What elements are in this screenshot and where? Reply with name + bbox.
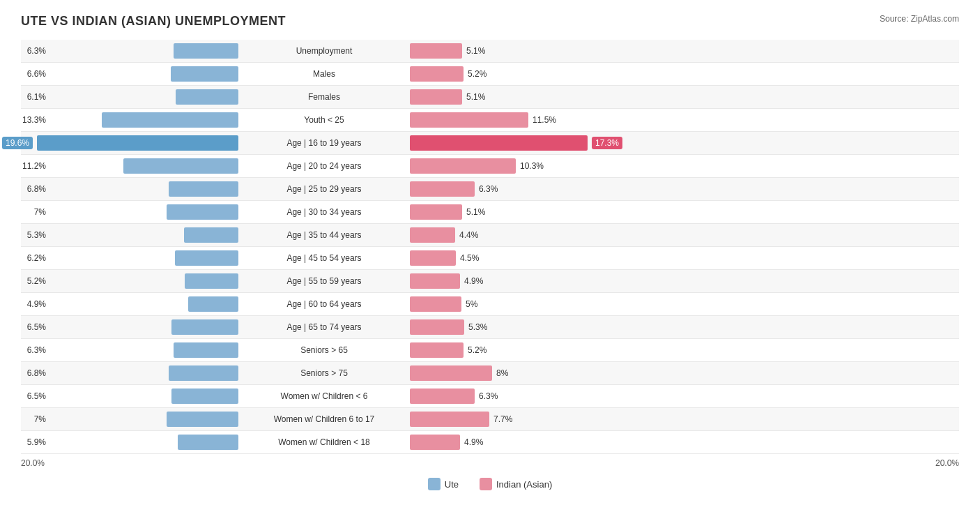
- row-label: Women w/ Children < 18: [244, 437, 404, 447]
- right-section: 8%: [404, 365, 627, 381]
- left-bar-wrap: [50, 89, 238, 105]
- row-label: Seniors > 65: [244, 345, 404, 355]
- left-bar-wrap: [50, 112, 238, 128]
- legend-ute: Ute: [428, 478, 459, 490]
- right-bar: [410, 250, 456, 266]
- row-label: Males: [244, 69, 404, 79]
- left-section: 6.5%: [21, 319, 244, 335]
- row-label: Age | 65 to 74 years: [244, 322, 404, 332]
- right-section: 5%: [404, 296, 627, 312]
- left-value: 11.2%: [21, 161, 46, 171]
- right-bar: [410, 89, 462, 105]
- left-bar-wrap: [50, 342, 238, 358]
- ute-swatch: [428, 478, 441, 490]
- legend: Ute Indian (Asian): [21, 478, 959, 490]
- row-label: Seniors > 75: [244, 368, 404, 378]
- row-label: Women w/ Children < 6: [244, 391, 404, 401]
- left-bar-wrap: [50, 158, 238, 174]
- left-value: 6.5%: [21, 322, 46, 332]
- x-axis: 20.0% 20.0%: [21, 454, 959, 475]
- right-value: 7.7%: [493, 414, 519, 424]
- left-bar: [169, 365, 238, 381]
- right-bar: [410, 412, 489, 427]
- right-bar: [410, 135, 588, 151]
- left-bar-wrap: [50, 181, 238, 197]
- left-section: 6.3%: [21, 43, 244, 59]
- indian-swatch: [480, 478, 492, 490]
- right-section: 5.2%: [404, 66, 627, 82]
- row-label: Age | 35 to 44 years: [244, 230, 404, 240]
- left-bar: [184, 227, 238, 243]
- left-bar: [171, 66, 238, 82]
- left-bar: [169, 181, 238, 197]
- right-value: 6.3%: [479, 391, 504, 401]
- row-label: Females: [244, 92, 404, 102]
- right-value: 5.1%: [466, 46, 491, 56]
- right-section: 5.3%: [404, 319, 627, 335]
- left-section: 6.5%: [21, 389, 244, 404]
- left-value: 7%: [21, 414, 46, 424]
- left-bar-wrap: [50, 250, 238, 266]
- right-section: 11.5%: [404, 112, 627, 128]
- right-value: 5.3%: [468, 322, 493, 332]
- left-bar: [167, 412, 238, 427]
- left-bar: [171, 319, 238, 335]
- left-bar-wrap: [50, 296, 238, 312]
- left-bar: [171, 389, 238, 404]
- left-bar: [174, 43, 238, 59]
- right-bar: [410, 273, 460, 289]
- left-bar: [175, 250, 238, 266]
- row-label: Age | 20 to 24 years: [244, 161, 404, 171]
- bar-row: 4.9% Age | 60 to 64 years 5%: [21, 293, 959, 316]
- row-label: Youth < 25: [244, 115, 404, 125]
- left-section: 19.6%: [21, 135, 244, 151]
- right-value: 8%: [496, 368, 521, 378]
- row-label: Age | 55 to 59 years: [244, 276, 404, 286]
- bar-row: 13.3% Youth < 25 11.5%: [21, 109, 959, 132]
- left-section: 11.2%: [21, 158, 244, 174]
- left-value: 6.8%: [21, 368, 46, 378]
- left-value: 5.3%: [21, 230, 46, 240]
- left-bar-wrap: [50, 389, 238, 404]
- right-section: 5.2%: [404, 342, 627, 358]
- bar-row: 6.3% Unemployment 5.1%: [21, 40, 959, 63]
- right-value: 5.2%: [468, 69, 493, 79]
- right-section: 5.1%: [404, 43, 627, 59]
- bar-row: 6.5% Women w/ Children < 6 6.3%: [21, 385, 959, 408]
- right-value: 4.9%: [464, 276, 489, 286]
- row-label: Age | 16 to 19 years: [244, 138, 404, 148]
- right-bar: [410, 389, 475, 404]
- right-value: 5%: [466, 299, 491, 309]
- left-bar: [188, 296, 238, 312]
- left-bar-wrap: [50, 319, 238, 335]
- bar-row: 11.2% Age | 20 to 24 years 10.3%: [21, 155, 959, 178]
- right-value: 11.5%: [533, 115, 558, 125]
- right-section: 6.3%: [404, 181, 627, 197]
- chart-area: 6.3% Unemployment 5.1% 6.6% Males 5.2% 6…: [21, 40, 959, 490]
- row-label: Age | 45 to 54 years: [244, 253, 404, 263]
- left-bar: [123, 158, 238, 174]
- right-section: 17.3%: [404, 135, 627, 151]
- ute-label: Ute: [445, 479, 459, 490]
- left-bar-wrap: [50, 273, 238, 289]
- left-value: 5.9%: [21, 437, 46, 447]
- left-section: 5.2%: [21, 273, 244, 289]
- chart-title: UTE VS INDIAN (ASIAN) UNEMPLOYMENT: [21, 14, 286, 29]
- left-value: 6.3%: [21, 46, 46, 56]
- left-bar: [167, 204, 238, 220]
- bar-row: 5.3% Age | 35 to 44 years 4.4%: [21, 224, 959, 247]
- bar-row: 6.8% Seniors > 75 8%: [21, 362, 959, 385]
- left-bar-wrap: [50, 412, 238, 427]
- left-value: 7%: [21, 207, 46, 217]
- bar-row: 6.3% Seniors > 65 5.2%: [21, 339, 959, 362]
- left-bar: [178, 435, 238, 450]
- right-value: 4.5%: [460, 253, 485, 263]
- left-value: 6.2%: [21, 253, 46, 263]
- left-bar-wrap: [50, 435, 238, 450]
- left-section: 5.3%: [21, 227, 244, 243]
- bar-row: 6.5% Age | 65 to 74 years 5.3%: [21, 316, 959, 339]
- left-value: 6.1%: [21, 92, 46, 102]
- left-section: 5.9%: [21, 435, 244, 450]
- row-label: Age | 30 to 34 years: [244, 207, 404, 217]
- left-section: 6.8%: [21, 181, 244, 197]
